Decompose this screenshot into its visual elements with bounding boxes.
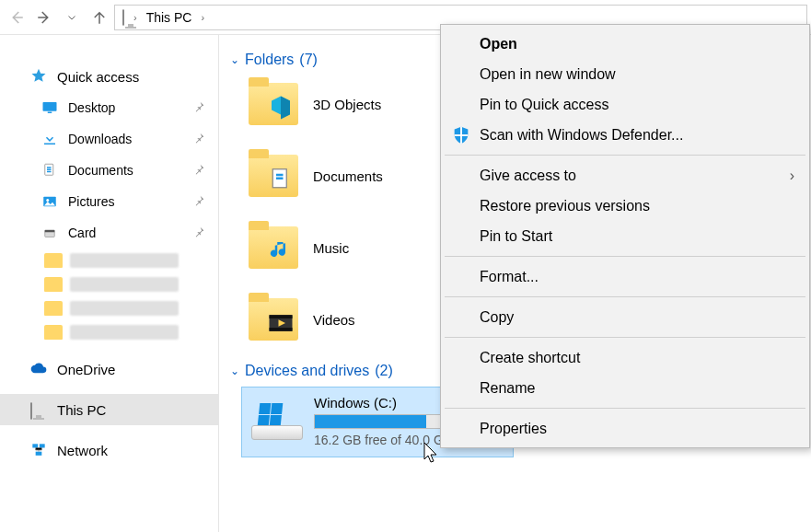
breadcrumb-chevron-icon[interactable]: › bbox=[201, 12, 204, 23]
context-menu-item[interactable]: Give access to› bbox=[443, 160, 807, 191]
pin-icon bbox=[193, 163, 205, 178]
nav-sidebar: Quick access Desktop Downloads bbox=[0, 35, 219, 532]
chevron-down-icon bbox=[66, 12, 77, 23]
cloud-icon bbox=[29, 360, 48, 378]
context-menu-label: Restore previous versions bbox=[480, 198, 650, 214]
svg-rect-6 bbox=[45, 230, 55, 232]
folder-icon bbox=[249, 83, 298, 125]
arrow-left-icon bbox=[8, 9, 25, 26]
svg-rect-12 bbox=[270, 315, 293, 318]
chevron-down-icon: ⌄ bbox=[230, 53, 239, 66]
svg-rect-7 bbox=[32, 444, 38, 447]
context-menu-label: Pin to Quick access bbox=[480, 97, 609, 113]
sidebar-item-downloads[interactable]: Downloads bbox=[0, 123, 218, 155]
context-menu-label: Copy bbox=[480, 309, 514, 326]
sidebar-label: Pictures bbox=[68, 194, 115, 209]
folder-label: Videos bbox=[313, 312, 355, 328]
sidebar-item-pictures[interactable]: Pictures bbox=[0, 186, 218, 217]
context-menu-label: Pin to Start bbox=[480, 228, 552, 245]
sidebar-item-redacted[interactable] bbox=[41, 320, 179, 344]
sidebar-item-redacted[interactable] bbox=[41, 296, 179, 320]
sidebar-item-redacted[interactable] bbox=[41, 272, 179, 296]
context-menu-label: Give access to bbox=[480, 168, 576, 184]
pin-icon bbox=[193, 100, 205, 115]
svg-rect-13 bbox=[270, 328, 293, 331]
recent-dropdown[interactable] bbox=[59, 5, 85, 30]
sidebar-item-redacted[interactable] bbox=[41, 249, 179, 272]
svg-rect-9 bbox=[36, 452, 42, 456]
pictures-icon bbox=[41, 192, 59, 211]
context-menu-item[interactable]: Pin to Start bbox=[443, 221, 807, 251]
section-title: Folders bbox=[245, 52, 294, 68]
chevron-right-icon: › bbox=[790, 168, 794, 184]
folder-icon bbox=[249, 298, 298, 341]
context-menu-item[interactable]: Create shortcut bbox=[443, 342, 807, 373]
sidebar-item-documents[interactable]: Documents bbox=[0, 155, 218, 186]
context-menu-item[interactable]: Open in new window bbox=[443, 59, 807, 89]
context-menu-separator bbox=[445, 337, 805, 338]
pc-icon bbox=[29, 400, 48, 419]
drive-icon bbox=[251, 403, 303, 440]
desktop-icon bbox=[41, 98, 59, 117]
sidebar-label: Downloads bbox=[68, 132, 132, 146]
sidebar-onedrive[interactable]: OneDrive bbox=[0, 353, 218, 385]
context-menu-label: Rename bbox=[480, 380, 535, 397]
svg-rect-15 bbox=[455, 134, 469, 136]
download-icon bbox=[41, 130, 59, 148]
folder-icon bbox=[249, 155, 298, 197]
context-menu: OpenOpen in new windowPin to Quick acces… bbox=[440, 24, 810, 448]
sidebar-label: Desktop bbox=[68, 100, 115, 115]
sidebar-item-desktop[interactable]: Desktop bbox=[0, 92, 218, 123]
sidebar-label: Quick access bbox=[57, 69, 139, 85]
folder-label: Documents bbox=[313, 168, 383, 184]
star-icon bbox=[29, 67, 48, 86]
arrow-up-icon bbox=[91, 9, 108, 26]
context-menu-separator bbox=[445, 408, 805, 409]
chevron-down-icon: ⌄ bbox=[230, 364, 239, 377]
folder-icon bbox=[249, 226, 298, 269]
sidebar-label: This PC bbox=[57, 402, 106, 418]
context-menu-item[interactable]: Copy bbox=[443, 302, 807, 332]
pin-icon bbox=[193, 132, 205, 146]
sidebar-item-card[interactable]: Card bbox=[0, 217, 218, 249]
sidebar-label: OneDrive bbox=[57, 362, 115, 377]
section-title: Devices and drives bbox=[245, 363, 369, 379]
network-icon bbox=[29, 441, 48, 459]
context-menu-label: Properties bbox=[480, 421, 547, 437]
svg-rect-8 bbox=[40, 444, 45, 447]
sidebar-network[interactable]: Network bbox=[0, 434, 218, 466]
context-menu-label: Open bbox=[480, 36, 517, 52]
shield-icon bbox=[450, 124, 472, 146]
context-menu-label: Create shortcut bbox=[480, 350, 580, 366]
breadcrumb-location[interactable]: This PC bbox=[146, 10, 192, 25]
section-count: (2) bbox=[375, 363, 393, 379]
context-menu-item[interactable]: Pin to Quick access bbox=[443, 89, 807, 120]
context-menu-label: Open in new window bbox=[480, 66, 616, 83]
sidebar-label: Documents bbox=[68, 163, 133, 178]
context-menu-item[interactable]: Scan with Windows Defender... bbox=[443, 120, 807, 150]
breadcrumb-chevron-icon[interactable]: › bbox=[133, 12, 137, 23]
forward-button[interactable] bbox=[31, 5, 57, 30]
context-menu-item[interactable]: Format... bbox=[443, 261, 807, 292]
up-button[interactable] bbox=[87, 5, 112, 30]
svg-rect-0 bbox=[43, 102, 57, 111]
context-menu-item[interactable]: Properties bbox=[443, 413, 807, 444]
context-menu-item[interactable]: Restore previous versions bbox=[443, 191, 807, 221]
pin-icon bbox=[193, 194, 205, 209]
section-count: (7) bbox=[299, 52, 318, 68]
sidebar-quick-access[interactable]: Quick access bbox=[0, 61, 218, 92]
context-menu-label: Format... bbox=[480, 269, 539, 285]
sidebar-this-pc[interactable]: This PC bbox=[0, 394, 218, 425]
arrow-right-icon bbox=[36, 9, 52, 26]
documents-icon bbox=[41, 161, 59, 179]
back-button[interactable] bbox=[4, 5, 29, 30]
context-menu-item[interactable]: Rename bbox=[443, 373, 807, 403]
folder-label: 3D Objects bbox=[313, 97, 381, 112]
sidebar-label: Network bbox=[57, 443, 108, 458]
svg-rect-1 bbox=[48, 112, 52, 114]
pin-icon bbox=[193, 226, 205, 240]
context-menu-item[interactable]: Open bbox=[443, 29, 807, 59]
context-menu-separator bbox=[445, 155, 805, 156]
svg-point-4 bbox=[46, 199, 49, 202]
pc-icon bbox=[122, 10, 124, 25]
